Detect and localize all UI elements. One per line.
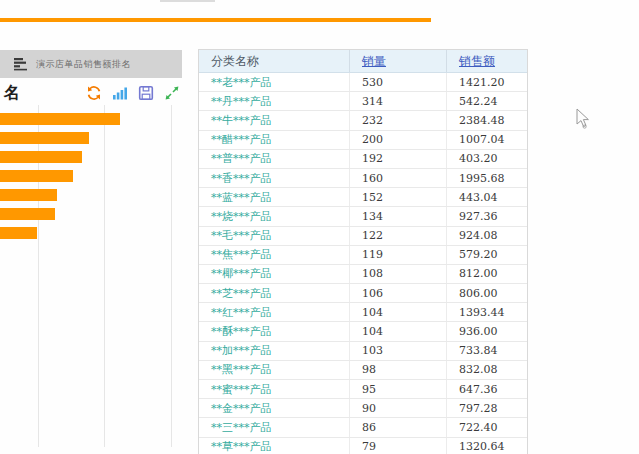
table-row: **草***产品791320.64 [199, 438, 527, 454]
sales-volume-cell: 122 [349, 227, 446, 245]
chart-bar[interactable] [0, 170, 73, 182]
sales-volume-cell: 95 [349, 380, 446, 398]
column-header-sales-volume[interactable]: 销量 [349, 50, 446, 72]
chart-bar[interactable] [0, 113, 120, 125]
table-body: **老***产品5301421.20**丹***产品314542.24**牛**… [199, 73, 527, 454]
ranking-table: 分类名称 销量 销售额 **老***产品5301421.20**丹***产品31… [198, 49, 528, 454]
table-row: **普***产品192403.20 [199, 150, 527, 169]
sales-amount-cell: 579.20 [446, 246, 527, 264]
sales-volume-cell: 314 [349, 92, 446, 110]
category-name-cell[interactable]: **酥***产品 [199, 322, 349, 340]
sales-volume-cell: 192 [349, 150, 446, 168]
table-row: **老***产品5301421.20 [199, 73, 527, 92]
sales-amount-cell: 832.08 [446, 361, 527, 379]
table-row: **黑***产品98832.08 [199, 361, 527, 380]
sales-amount-cell: 542.24 [446, 92, 527, 110]
sales-amount-cell: 806.00 [446, 284, 527, 302]
refresh-icon[interactable] [86, 85, 102, 101]
table-row: **焦***产品119579.20 [199, 246, 527, 265]
chart-gridline [171, 105, 172, 447]
sales-amount-cell: 2384.48 [446, 111, 527, 129]
hbar-chart-icon [13, 57, 29, 72]
widget-title: 演示店单品销售额排名 [36, 58, 131, 71]
category-name-cell[interactable]: **芝***产品 [199, 284, 349, 302]
chart-bar[interactable] [0, 151, 82, 163]
category-name-cell[interactable]: **蓝***产品 [199, 188, 349, 206]
category-name-cell[interactable]: **草***产品 [199, 438, 349, 454]
sales-volume-cell: 160 [349, 169, 446, 187]
table-row: **酥***产品104936.00 [199, 322, 527, 341]
table-row: **椰***产品108812.00 [199, 265, 527, 284]
category-name-cell[interactable]: **蜜***产品 [199, 380, 349, 398]
chart-bar[interactable] [0, 208, 55, 220]
table-header-row: 分类名称 销量 销售额 [199, 50, 527, 73]
category-name-cell[interactable]: **牛***产品 [199, 111, 349, 129]
sales-volume-cell: 103 [349, 342, 446, 360]
category-name-cell[interactable]: **三***产品 [199, 418, 349, 436]
chart-bar[interactable] [0, 189, 57, 201]
sales-volume-cell: 200 [349, 131, 446, 149]
category-name-cell[interactable]: **醋***产品 [199, 131, 349, 149]
category-name-cell[interactable]: **椰***产品 [199, 265, 349, 283]
chart-gridline [104, 105, 105, 447]
widget-header[interactable]: 演示店单品销售额排名 [0, 50, 182, 78]
sales-amount-cell: 797.28 [446, 399, 527, 417]
sales-volume-cell: 106 [349, 284, 446, 302]
table-row: **烧***产品134927.36 [199, 207, 527, 226]
category-name-cell[interactable]: **香***产品 [199, 169, 349, 187]
top-edge-divider [160, 0, 215, 2]
category-name-cell[interactable]: **老***产品 [199, 73, 349, 91]
chart-bar[interactable] [0, 227, 37, 239]
sales-amount-cell: 812.00 [446, 265, 527, 283]
save-icon[interactable] [138, 85, 154, 101]
sales-amount-cell: 722.40 [446, 418, 527, 436]
sales-volume-cell: 104 [349, 322, 446, 340]
category-name-cell[interactable]: **毛***产品 [199, 227, 349, 245]
table-row: **蜜***产品95647.36 [199, 380, 527, 399]
mouse-cursor [576, 108, 592, 130]
sales-volume-cell: 232 [349, 111, 446, 129]
sales-amount-cell: 1393.44 [446, 303, 527, 321]
category-name-cell[interactable]: **加***产品 [199, 342, 349, 360]
table-row: **醋***产品2001007.04 [199, 131, 527, 150]
sales-volume-cell: 134 [349, 207, 446, 225]
category-name-cell[interactable]: **黑***产品 [199, 361, 349, 379]
dashboard-screen: 演示店单品销售额排名 名 [0, 0, 639, 454]
sales-volume-cell: 104 [349, 303, 446, 321]
category-name-cell[interactable]: **丹***产品 [199, 92, 349, 110]
sales-amount-cell: 927.36 [446, 207, 527, 225]
category-name-cell[interactable]: **普***产品 [199, 150, 349, 168]
category-name-cell[interactable]: **红***产品 [199, 303, 349, 321]
category-name-cell[interactable]: **焦***产品 [199, 246, 349, 264]
sales-volume-cell: 152 [349, 188, 446, 206]
chart-toolbar [86, 84, 180, 102]
fullscreen-icon[interactable] [164, 85, 180, 101]
table-row: **金***产品90797.28 [199, 399, 527, 418]
bar-chart [0, 105, 196, 454]
column-header-sales-amount[interactable]: 销售额 [446, 50, 527, 72]
category-name-cell[interactable]: **金***产品 [199, 399, 349, 417]
sales-amount-cell: 647.36 [446, 380, 527, 398]
sales-amount-cell: 1007.04 [446, 131, 527, 149]
table-row: **牛***产品2322384.48 [199, 111, 527, 130]
sales-volume-cell: 119 [349, 246, 446, 264]
sales-volume-cell: 530 [349, 73, 446, 91]
chart-bar[interactable] [0, 132, 89, 144]
chart-title-partial: 名 [4, 83, 20, 104]
sales-amount-cell: 1995.68 [446, 169, 527, 187]
chart-type-icon[interactable] [112, 85, 128, 101]
table-row: **加***产品103733.84 [199, 342, 527, 361]
table-row: **三***产品86722.40 [199, 418, 527, 437]
table-row: **毛***产品122924.08 [199, 227, 527, 246]
category-name-cell[interactable]: **烧***产品 [199, 207, 349, 225]
sales-volume-cell: 108 [349, 265, 446, 283]
sales-volume-cell: 86 [349, 418, 446, 436]
sales-amount-cell: 443.04 [446, 188, 527, 206]
sales-amount-cell: 1421.20 [446, 73, 527, 91]
sales-amount-cell: 733.84 [446, 342, 527, 360]
table-row: **香***产品1601995.68 [199, 169, 527, 188]
sales-amount-cell: 1320.64 [446, 438, 527, 454]
table-row: **芝***产品106806.00 [199, 284, 527, 303]
sales-volume-cell: 90 [349, 399, 446, 417]
table-row: **红***产品1041393.44 [199, 303, 527, 322]
